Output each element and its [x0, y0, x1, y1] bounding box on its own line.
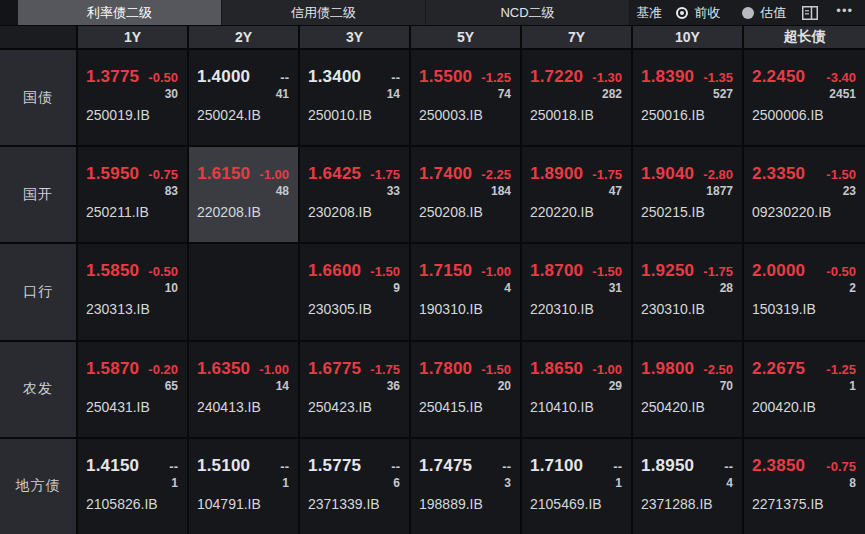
column-header-3Y[interactable]: 3Y: [300, 26, 409, 48]
quote-volume: 527: [641, 87, 733, 101]
quote-bond-code: 220310.IB: [530, 301, 622, 317]
quote-cell-row-local-gov-10Y[interactable]: 1.8950--42371288.IB: [633, 439, 742, 534]
quote-change: -1.50: [826, 167, 856, 182]
quote-cell-row-adbc-超长债[interactable]: 2.2675-1.251200420.IB: [744, 342, 865, 437]
quote-change: --: [613, 459, 622, 474]
row-local-gov-label: 地方债: [0, 439, 76, 534]
quote-cell-row-treasury-超长债[interactable]: 2.2450-3.4024512500006.IB: [744, 50, 865, 145]
radio-prev-close[interactable]: 前收: [676, 4, 720, 22]
quote-line: 1.6775-1.75: [308, 359, 400, 379]
quote-line: 2.3350-1.50: [752, 164, 856, 184]
layout-panel-icon[interactable]: [800, 6, 820, 20]
quote-bond-code: 250024.IB: [197, 107, 289, 123]
quote-cell-row-exim-1Y[interactable]: 1.5850-0.5010230313.IB: [78, 244, 187, 339]
quote-cell-row-exim-3Y[interactable]: 1.6600-1.509230305.IB: [300, 244, 409, 339]
quote-volume: 20: [419, 379, 511, 393]
row-adbc-label: 农发: [0, 342, 76, 437]
quote-rate: 1.6425: [308, 164, 361, 184]
quote-cell-row-exim-10Y[interactable]: 1.9250-1.7528230310.IB: [633, 244, 742, 339]
quote-bond-code: 2105826.IB: [86, 496, 178, 512]
radio-valuation[interactable]: 估值: [742, 4, 786, 22]
column-header-超长债[interactable]: 超长债: [744, 26, 865, 48]
column-header-1Y[interactable]: 1Y: [78, 26, 187, 48]
quote-cell-row-treasury-1Y[interactable]: 1.3775-0.5030250019.IB: [78, 50, 187, 145]
quote-cell-row-exim-超长债[interactable]: 2.0000-0.502150319.IB: [744, 244, 865, 339]
quote-cell-row-adbc-2Y[interactable]: 1.6350-1.0014240413.IB: [189, 342, 298, 437]
quote-cell-row-cdb-7Y[interactable]: 1.8900-1.7547220220.IB: [522, 147, 631, 242]
quote-cell-row-local-gov-2Y[interactable]: 1.5100--1104791.IB: [189, 439, 298, 534]
quote-cell-row-cdb-5Y[interactable]: 1.7400-2.25184250208.IB: [411, 147, 520, 242]
quote-volume: 1877: [641, 184, 733, 198]
quote-cell-row-local-gov-超长债[interactable]: 2.3850-0.7582271375.IB: [744, 439, 865, 534]
quote-cell-row-adbc-7Y[interactable]: 1.8650-1.0029210410.IB: [522, 342, 631, 437]
quote-cell-row-treasury-7Y[interactable]: 1.7220-1.30282250018.IB: [522, 50, 631, 145]
quote-rate: 2.2450: [752, 67, 805, 87]
more-icon[interactable]: •••: [834, 4, 855, 21]
quote-change: -1.75: [592, 167, 622, 182]
quote-volume: 6: [308, 476, 400, 490]
tab-bar: 利率债二级信用债二级NCD二级 基准 前收估值 •••: [0, 0, 865, 25]
tab-credit-bond-secondary[interactable]: 信用债二级: [222, 0, 426, 25]
quote-rate: 1.9250: [641, 261, 694, 281]
quote-cell-row-exim-7Y[interactable]: 1.8700-1.5031220310.IB: [522, 244, 631, 339]
quote-change: --: [391, 459, 400, 474]
quote-volume: 8: [752, 476, 856, 490]
column-header-2Y[interactable]: 2Y: [189, 26, 298, 48]
quote-bond-code: 250003.IB: [419, 107, 511, 123]
quote-cell-row-local-gov-3Y[interactable]: 1.5775--62371339.IB: [300, 439, 409, 534]
quote-line: 1.6425-1.75: [308, 164, 400, 184]
quote-rate: 1.6350: [197, 359, 250, 379]
quote-cell-row-exim-5Y[interactable]: 1.7150-1.004190310.IB: [411, 244, 520, 339]
quote-cell-row-cdb-1Y[interactable]: 1.5950-0.7583250211.IB: [78, 147, 187, 242]
quote-rate: 1.3400: [308, 67, 361, 87]
quote-change: -1.50: [592, 264, 622, 279]
quote-bond-code: 230305.IB: [308, 301, 400, 317]
column-header-5Y[interactable]: 5Y: [411, 26, 520, 48]
quote-line: 1.8700-1.50: [530, 261, 622, 281]
quote-bond-code: 104791.IB: [197, 496, 289, 512]
column-header-7Y[interactable]: 7Y: [522, 26, 631, 48]
quote-line: 1.5100--: [197, 456, 289, 476]
quote-cell-row-adbc-3Y[interactable]: 1.6775-1.7536250423.IB: [300, 342, 409, 437]
quote-cell-row-adbc-10Y[interactable]: 1.9800-2.5070250420.IB: [633, 342, 742, 437]
quote-line: 1.7400-2.25: [419, 164, 511, 184]
quote-volume: 47: [530, 184, 622, 198]
quote-cell-row-cdb-3Y[interactable]: 1.6425-1.7533230208.IB: [300, 147, 409, 242]
quote-cell-row-adbc-1Y[interactable]: 1.5870-0.2065250431.IB: [78, 342, 187, 437]
quote-cell-row-treasury-5Y[interactable]: 1.5500-1.2574250003.IB: [411, 50, 520, 145]
quote-volume: 74: [419, 87, 511, 101]
quote-cell-row-local-gov-5Y[interactable]: 1.7475--3198889.IB: [411, 439, 520, 534]
quote-rate: 1.6775: [308, 359, 361, 379]
quote-cell-row-treasury-3Y[interactable]: 1.3400--14250010.IB: [300, 50, 409, 145]
quote-grid: 1Y2Y3Y5Y7Y10Y超长债国债1.3775-0.5030250019.IB…: [0, 25, 865, 534]
quote-change: --: [169, 459, 178, 474]
quote-cell-row-adbc-5Y[interactable]: 1.7800-1.5020250415.IB: [411, 342, 520, 437]
quote-volume: 184: [419, 184, 511, 198]
quote-line: 2.2450-3.40: [752, 67, 856, 87]
quote-line: 1.4150--: [86, 456, 178, 476]
quote-cell-row-exim-2Y[interactable]: [189, 244, 298, 339]
tab-strip: 利率债二级信用债二级NCD二级: [18, 0, 630, 25]
tab-rate-bond-secondary[interactable]: 利率债二级: [18, 0, 222, 25]
quote-bond-code: 09230220.IB: [752, 204, 856, 220]
quote-change: -0.75: [148, 167, 178, 182]
tab-ncd-secondary[interactable]: NCD二级: [426, 0, 630, 25]
quote-cell-row-cdb-2Y[interactable]: 1.6150-1.0048220208.IB: [189, 147, 298, 242]
column-header-10Y[interactable]: 10Y: [633, 26, 742, 48]
benchmark-label: 基准: [636, 4, 662, 22]
quote-cell-row-local-gov-1Y[interactable]: 1.4150--12105826.IB: [78, 439, 187, 534]
quote-bond-code: 150319.IB: [752, 301, 856, 317]
quote-cell-row-cdb-超长债[interactable]: 2.3350-1.502309230220.IB: [744, 147, 865, 242]
quote-volume: 83: [86, 184, 178, 198]
quote-change: -2.25: [481, 167, 511, 182]
quote-cell-row-cdb-10Y[interactable]: 1.9040-2.801877250215.IB: [633, 147, 742, 242]
quote-change: -1.50: [481, 362, 511, 377]
quote-cell-row-treasury-2Y[interactable]: 1.4000--41250024.IB: [189, 50, 298, 145]
quote-rate: 1.7400: [419, 164, 472, 184]
quote-cell-row-local-gov-7Y[interactable]: 1.7100--12105469.IB: [522, 439, 631, 534]
radio-prev-close-label: 前收: [694, 4, 720, 22]
quote-line: 1.5775--: [308, 456, 400, 476]
quote-rate: 1.5950: [86, 164, 139, 184]
quote-rate: 1.8900: [530, 164, 583, 184]
quote-cell-row-treasury-10Y[interactable]: 1.8390-1.35527250016.IB: [633, 50, 742, 145]
